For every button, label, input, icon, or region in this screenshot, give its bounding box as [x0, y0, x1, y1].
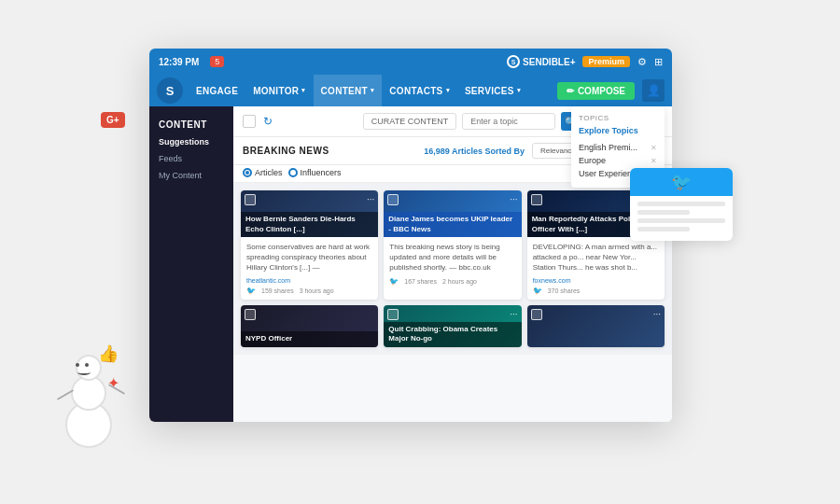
snowman-eye-left: [76, 363, 79, 367]
count-number: 16,989: [424, 147, 450, 156]
card-img-5: ··· Quit Crabbing: Obama Creates Major N…: [384, 305, 521, 347]
topics-heading: TOPICS: [579, 114, 657, 122]
topic-item-2[interactable]: Europe ✕: [579, 154, 657, 167]
card-shares-1: 159 shares: [261, 287, 294, 294]
avatar-icon: 👤: [647, 84, 661, 97]
content-area: CONTENT Suggestions Feeds My Content ↻ C…: [149, 106, 672, 422]
sidebar: CONTENT Suggestions Feeds My Content: [149, 106, 233, 422]
compose-button[interactable]: ✏ COMPOSE: [557, 82, 635, 100]
card-time-2: 2 hours ago: [442, 278, 477, 285]
monitor-chevron-icon: ▾: [301, 87, 305, 94]
card-body-2: This breaking news story is being update…: [384, 237, 521, 290]
nav-logo: S: [157, 77, 183, 104]
grid-icon[interactable]: ⊞: [654, 56, 663, 68]
sendible-circle-icon: S: [507, 55, 520, 68]
nav-monitor[interactable]: MONITOR ▾: [245, 75, 313, 106]
card-desc-3: DEVELOPING: A man armed with a... attack…: [533, 242, 659, 273]
twitter-card-header: 🐦: [630, 168, 733, 196]
explore-topics-link[interactable]: Explore Topics: [579, 126, 657, 135]
nav-services-label: SERVICES: [465, 86, 514, 96]
card-img-6: ···: [527, 305, 665, 347]
radio-influencers-dot: [288, 168, 298, 177]
card-title-1: How Bernie Sanders Die-Hards Echo Clinto…: [241, 212, 378, 237]
radio-articles[interactable]: Articles: [243, 168, 283, 177]
card-time-1: 3 hours ago: [300, 287, 334, 294]
snowman-arm-right: [108, 384, 125, 395]
browser-window: 12:39 PM 5 S SENDIBLE+ Premium ⚙ ⊞ S ENG…: [149, 49, 672, 422]
premium-badge[interactable]: Premium: [582, 56, 630, 67]
card-img-4: NYPD Officer: [241, 305, 378, 347]
nav-contacts[interactable]: CONTACTS ▾: [382, 75, 457, 106]
article-card-2[interactable]: ··· Diane James becomes UKIP leader - BB…: [384, 190, 521, 300]
topic-remove-1[interactable]: ✕: [651, 144, 657, 152]
card-desc-1: Some conservatives are hard at work spre…: [246, 242, 372, 273]
snowman-character: [51, 327, 126, 448]
card-checkbox-6[interactable]: [531, 309, 542, 320]
nav-engage[interactable]: ENGAGE: [189, 75, 245, 106]
radio-articles-dot: [243, 168, 252, 177]
user-avatar[interactable]: 👤: [642, 79, 665, 102]
card-dots-5[interactable]: ···: [510, 309, 517, 319]
card-shares-2: 167 shares: [404, 278, 437, 285]
time-display: 12:39 PM: [159, 57, 199, 67]
card-dots-2[interactable]: ···: [510, 194, 517, 204]
card-checkbox-5[interactable]: [387, 309, 399, 320]
twitter-line-1: [637, 202, 725, 206]
nav-contacts-label: CONTACTS: [389, 86, 442, 96]
breaking-news-title: BREAKING NEWS: [243, 146, 329, 156]
twitter-icon-1: 🐦: [246, 287, 256, 295]
card-checkbox-2[interactable]: [387, 194, 399, 205]
card-shares-3: 370 shares: [548, 287, 581, 294]
nav-content-label: CONTENT: [321, 86, 368, 96]
nav-services[interactable]: SERVICES ▾: [457, 75, 528, 106]
twitter-line-4: [637, 227, 690, 231]
article-card-6[interactable]: ···: [527, 305, 665, 347]
twitter-icon-2: 🐦: [389, 277, 399, 286]
curate-content-button[interactable]: CURATE CONTENT: [363, 113, 456, 130]
sidebar-item-suggestions[interactable]: Suggestions: [149, 133, 233, 150]
topic-item-1[interactable]: English Premi... ✕: [579, 141, 657, 154]
articles-count: 16,989 Articles Sorted By: [424, 147, 525, 156]
article-card-5[interactable]: ··· Quit Crabbing: Obama Creates Major N…: [384, 305, 521, 347]
twitter-bird-icon: 🐦: [671, 172, 692, 192]
nav-engage-label: ENGAGE: [196, 86, 238, 96]
card-desc-2: This breaking news story is being update…: [389, 242, 515, 273]
refresh-icon[interactable]: ↻: [263, 115, 273, 128]
card-title-4: NYPD Officer: [241, 331, 378, 346]
card-img-2: ··· Diane James becomes UKIP leader - BB…: [384, 190, 521, 237]
card-source-1: theatlantic.com: [246, 277, 372, 284]
card-source-3: foxnews.com: [533, 277, 659, 284]
card-meta-2: 🐦 167 shares 2 hours ago: [389, 277, 515, 286]
sidebar-heading: CONTENT: [149, 114, 233, 133]
nav-content[interactable]: CONTENT ▾: [314, 75, 383, 106]
select-all-checkbox[interactable]: [243, 115, 256, 128]
snowman-smile: [77, 370, 91, 375]
radio-influencers[interactable]: Influencers: [288, 168, 342, 177]
sidebar-item-mycontent[interactable]: My Content: [149, 167, 233, 184]
snowman-eye-right: [85, 363, 89, 367]
content-chevron-icon: ▾: [371, 87, 374, 94]
topic-input[interactable]: [462, 113, 555, 130]
twitter-line-2: [637, 210, 690, 215]
gplus-badge[interactable]: G+: [101, 112, 125, 128]
card-checkbox-1[interactable]: [245, 194, 256, 205]
card-dots-6[interactable]: ···: [653, 309, 661, 319]
radio-articles-label: Articles: [255, 168, 283, 177]
card-img-1: ··· How Bernie Sanders Die-Hards Echo Cl…: [241, 190, 378, 237]
card-meta-1: 🐦 159 shares 3 hours ago: [246, 287, 372, 295]
articles-grid: ··· How Bernie Sanders Die-Hards Echo Cl…: [233, 183, 672, 355]
top-bar-right: S SENDIBLE+ Premium ⚙ ⊞: [507, 55, 663, 68]
settings-icon[interactable]: ⚙: [637, 56, 647, 68]
sidebar-item-feeds[interactable]: Feeds: [149, 150, 233, 167]
article-card-1[interactable]: ··· How Bernie Sanders Die-Hards Echo Cl…: [241, 190, 378, 300]
card-checkbox-3[interactable]: [531, 194, 542, 205]
card-body-1: Some conservatives are hard at work spre…: [241, 237, 378, 300]
article-card-4[interactable]: NYPD Officer: [241, 305, 378, 347]
snowman-head: [76, 355, 102, 381]
sort-label: Articles Sorted By: [452, 147, 525, 156]
nav-monitor-label: MONITOR: [253, 86, 299, 96]
card-checkbox-4[interactable]: [245, 309, 256, 320]
card-dots-1[interactable]: ···: [367, 194, 374, 204]
twitter-card-overlay: 🐦: [630, 168, 733, 241]
topic-remove-2[interactable]: ✕: [651, 157, 657, 165]
